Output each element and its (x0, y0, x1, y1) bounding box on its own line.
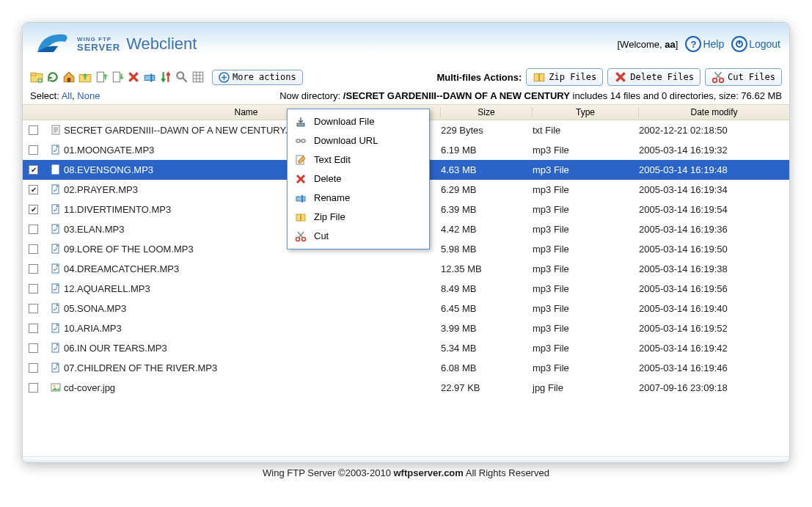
row-checkbox[interactable] (29, 125, 38, 135)
row-checkbox[interactable] (29, 145, 38, 155)
table-row[interactable]: 04.DREAMCATCHER.MP312.35 MBmp3 File2005-… (23, 259, 789, 279)
cut-icon (712, 70, 725, 84)
row-checkbox[interactable] (29, 363, 38, 373)
context-item-cut[interactable]: Cut (290, 227, 426, 246)
file-date: 2005-03-14 16:19:36 (639, 224, 789, 235)
row-checkbox[interactable] (29, 383, 38, 393)
logout-link[interactable]: Logout (731, 36, 780, 52)
file-type: mp3 File (533, 283, 639, 294)
file-size: 6.39 MB (441, 204, 533, 215)
file-date: 2002-12-21 02:18:50 (639, 125, 789, 136)
svg-rect-10 (150, 74, 152, 82)
select-all-link[interactable]: All (62, 90, 72, 101)
rename-icon[interactable] (143, 70, 156, 84)
row-checkbox[interactable] (29, 264, 38, 274)
cut-icon (295, 230, 307, 242)
svg-rect-50 (301, 195, 303, 203)
zip-files-button[interactable]: Zip Files (526, 68, 603, 86)
search-icon[interactable] (175, 70, 189, 84)
delete-files-button[interactable]: Delete Files (607, 68, 701, 86)
file-type: mp3 File (533, 303, 639, 314)
svg-point-42 (54, 368, 55, 370)
row-checkbox[interactable] (29, 225, 38, 234)
file-type: mp3 File (533, 263, 639, 274)
file-date: 2005-03-14 16:19:38 (639, 263, 789, 274)
file-table: Name Size Type Date modify SECRET GARDEN… (23, 104, 789, 398)
row-checkbox[interactable] (29, 324, 38, 333)
context-item-edit[interactable]: Text Edit (290, 150, 426, 169)
table-row[interactable]: 10.ARIA.MP33.99 MBmp3 File2005-03-14 16:… (23, 318, 789, 338)
col-size[interactable]: Size (441, 107, 533, 117)
download-icon (295, 116, 307, 128)
file-name: 01.MOONGATE.MP3 (64, 145, 154, 156)
cut-files-button[interactable]: Cut Files (705, 68, 782, 86)
file-name: 10.ARIA.MP3 (64, 323, 122, 334)
file-date: 2005-03-14 16:19:40 (639, 303, 789, 314)
col-date[interactable]: Date modify (639, 107, 789, 117)
file-size: 22.97 KB (441, 382, 533, 393)
table-row[interactable]: 05.SONA.MP36.45 MBmp3 File2005-03-14 16:… (23, 299, 789, 318)
svg-rect-7 (97, 72, 103, 82)
file-type: mp3 File (533, 145, 639, 156)
download-icon[interactable] (111, 70, 124, 84)
file-icon (51, 283, 61, 293)
file-name: 07.CHILDREN OF THE RIVER.MP3 (64, 362, 217, 373)
upload-icon[interactable] (95, 70, 108, 84)
file-type: jpg File (533, 382, 639, 393)
context-item-zip[interactable]: Zip File (290, 208, 426, 227)
file-name: 11.DIVERTIMENTO.MP3 (64, 204, 171, 215)
file-icon (51, 303, 61, 313)
context-label: Rename (314, 192, 350, 203)
col-type[interactable]: Type (533, 107, 639, 117)
row-checkbox[interactable] (29, 304, 38, 313)
table-row[interactable]: cd-cover.jpg22.97 KBjpg File2007-09-16 2… (23, 378, 789, 398)
more-actions-button[interactable]: More actions (212, 70, 303, 85)
row-checkbox[interactable] (29, 284, 38, 293)
file-date: 2005-03-14 16:19:34 (639, 184, 789, 195)
svg-rect-52 (300, 214, 301, 221)
row-checkbox[interactable] (29, 165, 38, 175)
home-icon[interactable] (62, 70, 76, 84)
file-icon (51, 362, 61, 373)
svg-rect-5 (67, 78, 71, 82)
context-item-delete[interactable]: Delete (290, 169, 426, 189)
svg-point-22 (54, 170, 55, 172)
footer-text: Wing FTP Server ©2003-2010 wftpserver.co… (22, 463, 790, 478)
table-row[interactable]: 06.IN OUR TEARS.MP35.34 MBmp3 File2005-0… (23, 338, 789, 358)
refresh-icon[interactable] (46, 70, 59, 84)
context-item-download[interactable]: Download File (290, 112, 426, 131)
new-folder-icon[interactable] (30, 70, 43, 84)
delete-icon (614, 70, 627, 84)
toolbar: More actions Multi-files Actions: Zip Fi… (23, 65, 789, 89)
context-item-rename[interactable]: Rename (290, 189, 426, 208)
row-checkbox[interactable] (29, 343, 38, 353)
file-size: 12.35 MB (441, 263, 533, 274)
file-type: mp3 File (533, 244, 639, 255)
sort-icon[interactable] (159, 70, 172, 84)
row-checkbox[interactable] (29, 244, 38, 254)
row-checkbox[interactable] (29, 205, 38, 214)
zip-icon (295, 211, 307, 223)
context-item-link[interactable]: Download URL (290, 131, 426, 150)
file-icon (51, 244, 61, 254)
file-name: 08.EVENSONG.MP3 (64, 164, 153, 175)
table-row[interactable]: 07.CHILDREN OF THE RIVER.MP36.08 MBmp3 F… (23, 358, 789, 378)
file-icon (51, 323, 61, 333)
view-icon[interactable] (191, 70, 205, 84)
file-name: 09.LORE OF THE LOOM.MP3 (64, 244, 194, 255)
file-size: 6.29 MB (441, 184, 533, 195)
app-window: WING FTP SERVER Webclient [Welcome, aa] … (22, 22, 790, 463)
help-link[interactable]: ? Help (685, 36, 724, 52)
file-type: mp3 File (533, 362, 639, 373)
svg-point-30 (54, 249, 55, 251)
file-date: 2005-03-14 16:19:46 (639, 362, 789, 373)
row-checkbox[interactable] (29, 185, 38, 194)
file-type: mp3 File (533, 323, 639, 334)
file-name: 12.AQUARELL.MP3 (64, 283, 150, 294)
select-none-link[interactable]: None (77, 90, 100, 101)
table-row[interactable]: 12.AQUARELL.MP38.49 MBmp3 File2005-03-14… (23, 279, 789, 299)
file-size: 5.34 MB (441, 343, 533, 354)
dir-stats: includes 14 files and 0 directories, siz… (570, 90, 782, 101)
delete-icon[interactable] (127, 70, 140, 84)
up-icon[interactable] (78, 70, 92, 84)
